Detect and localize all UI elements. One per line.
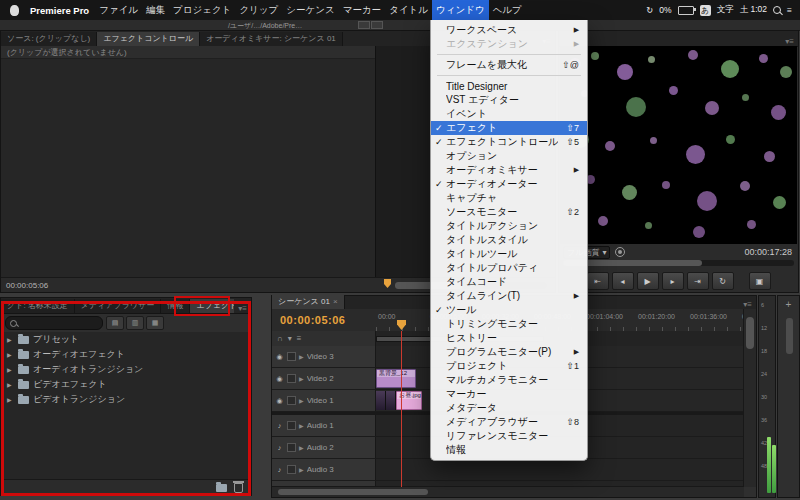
effects-folder-row[interactable]: ▶プリセット xyxy=(1,332,251,347)
expand-arrow-icon[interactable]: ▶ xyxy=(299,397,304,404)
window-menu-item[interactable]: ✓ツール xyxy=(431,303,587,317)
window-menu-item[interactable]: タイトルプロパティ xyxy=(431,261,587,275)
timeline-vertical-scrollbar[interactable] xyxy=(743,309,756,487)
effects-folder-row[interactable]: ▶オーディオエフェクト xyxy=(1,347,251,362)
step-back-button[interactable]: ◂ xyxy=(612,272,634,290)
delete-icon[interactable] xyxy=(234,483,243,493)
track-header[interactable]: ♪▶Audio 3 xyxy=(272,459,376,480)
play-button[interactable]: ▶ xyxy=(637,272,659,290)
window-menu-item[interactable]: タイムライン(T)▶ xyxy=(431,289,587,303)
window-menu-item[interactable]: 情報 xyxy=(431,443,587,457)
menubar-item[interactable]: シーケンス xyxy=(282,0,338,20)
speaker-icon[interactable]: ♪ xyxy=(275,444,284,451)
window-menu-item[interactable]: タイトルツール xyxy=(431,247,587,261)
app-name-menu[interactable]: Premiere Pro xyxy=(24,5,95,16)
tab-sequence-01[interactable]: シーケンス 01 × xyxy=(272,295,345,309)
effects-search-input[interactable] xyxy=(5,316,103,330)
window-menu-item[interactable]: フレームを最大化⇧@ xyxy=(431,58,587,72)
twirl-arrow-icon[interactable]: ▶ xyxy=(7,381,14,388)
window-menu-item[interactable]: ✓エフェクト⇧7 xyxy=(431,121,587,135)
panel-tab[interactable]: メディアブラウザー xyxy=(75,299,162,313)
track-header[interactable]: ◉▶Video 3 xyxy=(272,346,376,367)
window-menu-item[interactable]: ✓エフェクトコントロール⇧5 xyxy=(431,135,587,149)
window-menu-item[interactable]: タイトルアクション xyxy=(431,219,587,233)
window-menu-item[interactable]: ✓オーディオメーター xyxy=(431,177,587,191)
track-lock-toggle[interactable] xyxy=(287,396,296,405)
window-menu-item[interactable]: イベント xyxy=(431,107,587,121)
spotlight-icon[interactable] xyxy=(773,6,781,14)
visibility-eye-icon[interactable]: ◉ xyxy=(275,353,284,361)
panel-tab[interactable]: オーディオミキサー: シーケンス 01 xyxy=(200,32,343,46)
layout-button[interactable] xyxy=(371,21,383,29)
timeline-timecode[interactable]: 00:00:05:06 xyxy=(280,314,345,326)
window-menu-item[interactable]: タイムコード xyxy=(431,275,587,289)
notification-center-icon[interactable]: ≡ xyxy=(787,5,792,15)
panel-tab[interactable]: 情報 xyxy=(161,299,190,313)
menubar-item[interactable]: ウィンドウワークスペース▶エクステンション▶フレームを最大化⇧@Title De… xyxy=(432,0,489,20)
meter-scrollbar[interactable] xyxy=(786,318,793,354)
panel-menu-icon[interactable]: ▾≡ xyxy=(781,37,798,46)
track-lock-toggle[interactable] xyxy=(287,374,296,383)
panel-tab[interactable]: エフェクトコントロール xyxy=(97,32,200,46)
window-menu-item[interactable]: オーディオミキサー▶ xyxy=(431,163,587,177)
panel-tab[interactable]: ソース: (クリップなし) xyxy=(1,32,97,46)
menubar-item[interactable]: タイトル xyxy=(385,0,432,20)
expand-arrow-icon[interactable]: ▶ xyxy=(299,375,304,382)
window-menu-item[interactable]: VST エディター xyxy=(431,93,587,107)
track-lock-toggle[interactable] xyxy=(287,443,296,452)
track-lane[interactable] xyxy=(376,459,744,480)
window-menu-item[interactable]: タイトルスタイル xyxy=(431,233,587,247)
window-menu-item[interactable]: メタデータ xyxy=(431,401,587,415)
workspace-button[interactable] xyxy=(358,21,370,29)
menubar-item[interactable]: 編集 xyxy=(142,0,169,20)
window-menu-item[interactable]: ソースモニター⇧2 xyxy=(431,205,587,219)
chevron-down-icon[interactable]: ▾ xyxy=(288,334,292,343)
panel-menu-icon[interactable]: ▾≡ xyxy=(739,300,756,309)
clip-thumbnails[interactable] xyxy=(376,391,396,410)
sync-icon[interactable]: ↻ xyxy=(646,5,653,15)
track-lock-toggle[interactable] xyxy=(287,465,296,474)
panel-tab[interactable]: クト: 名称未設定 xyxy=(1,299,75,313)
loop-button[interactable]: ↻ xyxy=(712,272,734,290)
go-to-out-button[interactable]: ⇥ xyxy=(687,272,709,290)
window-menu-item[interactable]: ワークスペース▶ xyxy=(431,23,587,37)
panel-menu-icon[interactable]: ▾≡ xyxy=(234,304,251,313)
effects-folder-row[interactable]: ▶ビデオトランジション xyxy=(1,392,251,407)
apple-menu-icon[interactable] xyxy=(10,5,19,16)
twirl-arrow-icon[interactable]: ▶ xyxy=(7,351,14,358)
expand-arrow-icon[interactable]: ▶ xyxy=(299,353,304,360)
new-bin-icon[interactable] xyxy=(216,484,227,492)
menubar-item[interactable]: マーカー xyxy=(339,0,385,20)
track-header[interactable]: ◉▶Video 2 xyxy=(272,368,376,389)
window-menu-item[interactable]: マルチカメラモニター xyxy=(431,373,587,387)
go-to-in-button[interactable]: ⇤ xyxy=(587,272,609,290)
window-menu-item[interactable]: メディアブラウザー⇧8 xyxy=(431,415,587,429)
program-monitor-scrollbar[interactable] xyxy=(563,260,794,266)
effect-filter-button[interactable]: ▤ xyxy=(106,316,124,330)
track-lock-toggle[interactable] xyxy=(287,352,296,361)
window-menu-item[interactable]: リファレンスモニター xyxy=(431,429,587,443)
step-forward-button[interactable]: ▸ xyxy=(662,272,684,290)
close-icon[interactable]: × xyxy=(333,295,338,309)
snap-icon[interactable]: ∩ xyxy=(277,334,283,343)
speaker-icon[interactable]: ♪ xyxy=(275,466,284,473)
timeline-clip[interactable]: 黒背景_12 xyxy=(376,369,416,388)
panel-tab[interactable]: エフェクト xyxy=(190,299,234,313)
menubar-item[interactable]: ファイル xyxy=(95,0,142,20)
settings-wrench-icon[interactable] xyxy=(615,247,625,257)
input-method-icon[interactable]: あ xyxy=(700,5,711,16)
twirl-arrow-icon[interactable]: ▶ xyxy=(7,366,14,373)
menubar-item[interactable]: ヘルプ xyxy=(489,0,526,20)
speaker-icon[interactable]: ♪ xyxy=(275,422,284,429)
export-frame-button[interactable]: ▣ xyxy=(749,272,771,290)
window-menu-item[interactable]: トリミングモニター xyxy=(431,317,587,331)
effect-filter-button[interactable]: ▦ xyxy=(146,316,164,330)
marker-menu-icon[interactable]: ≡ xyxy=(297,334,302,343)
visibility-eye-icon[interactable]: ◉ xyxy=(275,375,284,383)
input-method-label[interactable]: 文字 xyxy=(717,4,734,16)
expand-arrow-icon[interactable]: ▶ xyxy=(299,466,304,473)
expand-arrow-icon[interactable]: ▶ xyxy=(299,422,304,429)
expand-arrow-icon[interactable]: ▶ xyxy=(299,444,304,451)
track-header[interactable]: ◉▶Video 1 xyxy=(272,390,376,411)
timeline-clip[interactable]: お昼.jpg xyxy=(396,391,422,410)
